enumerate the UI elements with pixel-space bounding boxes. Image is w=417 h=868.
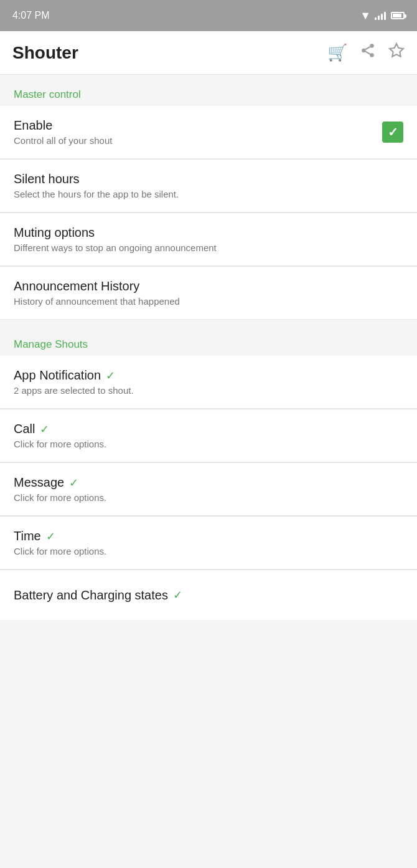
list-item-app-notification[interactable]: App Notification ✓ 2 apps are selected t…	[0, 356, 417, 409]
list-item-announcement-text: Announcement History History of announce…	[14, 279, 403, 307]
announcement-history-title: Announcement History	[14, 279, 403, 293]
time-subtitle: Click for more options.	[14, 546, 403, 556]
section-header-master-control: Master control	[0, 75, 417, 106]
battery-check: ✓	[173, 588, 182, 602]
app-notification-subtitle: 2 apps are selected to shout.	[14, 385, 403, 396]
status-time: 4:07 PM	[12, 10, 50, 21]
share-icon[interactable]	[360, 42, 376, 63]
signal-icon	[375, 11, 386, 20]
svg-line-4	[365, 47, 370, 49]
app-notification-title: App Notification ✓	[14, 368, 403, 383]
list-item-time-text: Time ✓ Click for more options.	[14, 529, 403, 556]
time-check: ✓	[46, 530, 55, 543]
svg-line-3	[365, 52, 370, 54]
message-subtitle: Click for more options.	[14, 492, 403, 503]
cart-icon[interactable]: 🛒	[327, 43, 347, 62]
list-item-enable[interactable]: Enable Control all of your shout	[0, 106, 417, 159]
list-item-call[interactable]: Call ✓ Click for more options.	[0, 409, 417, 462]
status-bar: 4:07 PM ▼	[0, 0, 417, 31]
list-item-battery-text: Battery and Charging states ✓	[14, 588, 403, 603]
list-item-enable-text: Enable Control all of your shout	[14, 118, 382, 146]
silent-hours-title: Silent hours	[14, 172, 403, 186]
svg-point-2	[370, 53, 374, 57]
app-bar: Shouter 🛒	[0, 31, 417, 75]
list-item-call-text: Call ✓ Click for more options.	[14, 422, 403, 449]
list-item-announcement-history[interactable]: Announcement History History of announce…	[0, 267, 417, 320]
message-title: Message ✓	[14, 475, 403, 490]
status-icons: ▼	[360, 9, 405, 22]
call-title: Call ✓	[14, 422, 403, 436]
svg-marker-5	[390, 44, 403, 57]
list-item-silent-hours[interactable]: Silent hours Select the hours for the ap…	[0, 160, 417, 212]
section-gap-1	[0, 320, 417, 325]
wifi-icon: ▼	[360, 9, 371, 22]
silent-hours-subtitle: Select the hours for the app to be silen…	[14, 189, 403, 199]
list-item-muting-options[interactable]: Muting options Different ways to stop an…	[0, 213, 417, 266]
muting-options-title: Muting options	[14, 226, 403, 240]
list-item-muting-text: Muting options Different ways to stop an…	[14, 226, 403, 253]
svg-point-0	[370, 44, 374, 48]
enable-checkbox[interactable]	[382, 122, 403, 143]
star-icon[interactable]	[388, 42, 405, 63]
enable-title: Enable	[14, 118, 382, 133]
call-subtitle: Click for more options.	[14, 439, 403, 449]
message-check: ✓	[69, 476, 78, 490]
app-bar-actions: 🛒	[327, 42, 405, 63]
svg-point-1	[362, 49, 366, 53]
list-item-battery-charging[interactable]: Battery and Charging states ✓	[0, 570, 417, 620]
content: Master control Enable Control all of you…	[0, 75, 417, 620]
battery-icon	[391, 12, 405, 19]
call-check: ✓	[40, 422, 49, 436]
section-header-manage-shouts: Manage Shouts	[0, 325, 417, 356]
muting-options-subtitle: Different ways to stop an ongoing announ…	[14, 242, 403, 253]
list-item-app-notification-text: App Notification ✓ 2 apps are selected t…	[14, 368, 403, 396]
list-item-silent-hours-text: Silent hours Select the hours for the ap…	[14, 172, 403, 199]
list-item-message-text: Message ✓ Click for more options.	[14, 475, 403, 503]
list-item-message[interactable]: Message ✓ Click for more options.	[0, 463, 417, 516]
announcement-history-subtitle: History of announcement that happened	[14, 296, 403, 307]
app-notification-check: ✓	[106, 369, 115, 383]
battery-charging-title: Battery and Charging states ✓	[14, 588, 403, 603]
enable-subtitle: Control all of your shout	[14, 135, 382, 146]
time-title: Time ✓	[14, 529, 403, 543]
list-item-time[interactable]: Time ✓ Click for more options.	[0, 517, 417, 570]
app-title: Shouter	[12, 43, 78, 63]
